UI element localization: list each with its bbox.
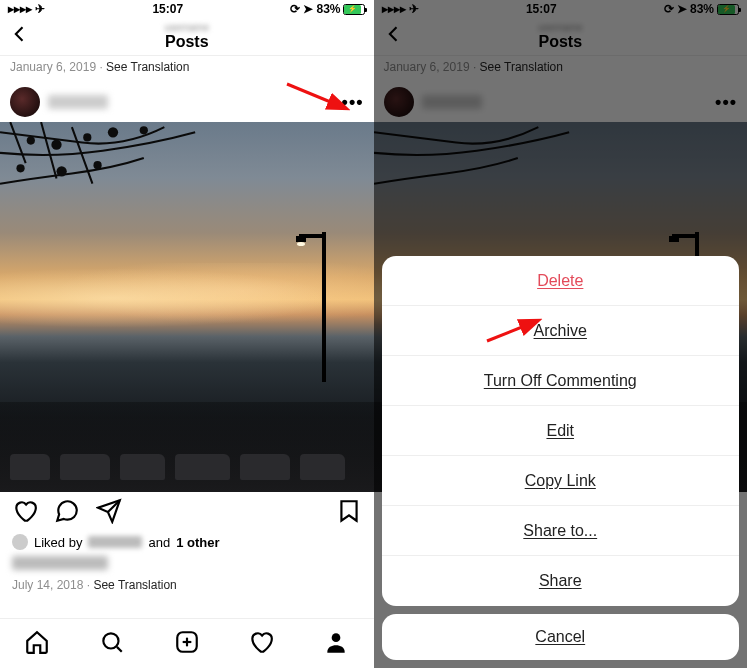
ground xyxy=(0,402,374,492)
share-button[interactable] xyxy=(96,498,122,528)
svg-point-6 xyxy=(56,166,66,176)
charging-icon: ⚡ xyxy=(344,5,361,14)
status-time: 15:07 xyxy=(152,2,183,16)
more-options-button[interactable]: ••• xyxy=(715,92,737,113)
svg-point-17 xyxy=(332,633,341,642)
caption xyxy=(12,556,108,570)
liker-name xyxy=(88,536,142,548)
save-button[interactable] xyxy=(336,498,362,528)
airplane-icon: ✈ xyxy=(35,2,45,16)
sheet-turn-off-commenting[interactable]: Turn Off Commenting xyxy=(382,356,740,406)
prior-date: January 6, 2019 xyxy=(10,60,96,74)
see-translation-link[interactable]: See Translation xyxy=(106,60,189,74)
sheet-delete[interactable]: Delete xyxy=(382,256,740,306)
streetlamp xyxy=(294,232,344,382)
liker-avatar xyxy=(12,534,28,550)
svg-point-2 xyxy=(83,133,91,141)
sheet-copy-link[interactable]: Copy Link xyxy=(382,456,740,506)
liked-by-other: 1 other xyxy=(176,535,219,550)
sheet-cancel[interactable]: Cancel xyxy=(382,614,740,660)
svg-line-13 xyxy=(117,646,122,651)
location-icon: ➤ xyxy=(303,2,313,16)
action-sheet-list: Delete Archive Turn Off Commenting Edit … xyxy=(382,256,740,606)
lock-rotation-icon: ⟳ xyxy=(290,2,300,16)
svg-point-11 xyxy=(297,242,305,246)
sheet-share-to[interactable]: Share to... xyxy=(382,506,740,556)
tab-search[interactable] xyxy=(99,629,125,659)
action-sheet: Delete Archive Turn Off Commenting Edit … xyxy=(382,256,740,660)
signal-icon: ▸▸▸▸ xyxy=(8,2,32,16)
nav-title-stack: username Posts xyxy=(165,22,209,51)
sheet-archive[interactable]: Archive xyxy=(382,306,740,356)
likes-row[interactable]: Liked by and 1 other xyxy=(0,534,374,554)
like-button[interactable] xyxy=(12,498,38,528)
tab-add[interactable] xyxy=(174,629,200,659)
tab-activity[interactable] xyxy=(248,629,274,659)
tab-home[interactable] xyxy=(24,629,50,659)
screen-left: ▸▸▸▸ ✈ 15:07 ⟳ ➤ 83% ⚡ username Posts Ja… xyxy=(0,0,374,668)
svg-point-3 xyxy=(108,127,118,137)
status-right: ⟳ ➤ 83% ⚡ xyxy=(290,2,365,16)
post-date: July 14, 2018 xyxy=(12,578,83,592)
nav-subtitle: username xyxy=(165,22,209,33)
username[interactable] xyxy=(48,95,108,109)
tree-branches xyxy=(0,122,205,307)
prior-post-meta: January 6, 2019 · See Translation xyxy=(0,56,374,82)
battery-pct: 83% xyxy=(316,2,340,16)
sheet-edit[interactable]: Edit xyxy=(382,406,740,456)
back-button[interactable] xyxy=(10,24,30,50)
more-options-button[interactable]: ••• xyxy=(342,92,364,113)
post-action-bar xyxy=(0,492,374,534)
svg-point-4 xyxy=(140,126,148,134)
tab-profile[interactable] xyxy=(323,629,349,659)
svg-rect-10 xyxy=(296,236,306,242)
screen-right: ▸▸▸▸✈ 15:07 ⟳➤83%⚡ usernamePosts January… xyxy=(374,0,748,668)
status-bar: ▸▸▸▸ ✈ 15:07 ⟳ ➤ 83% ⚡ xyxy=(0,0,374,18)
status-bar: ▸▸▸▸✈ 15:07 ⟳➤83%⚡ xyxy=(374,0,748,18)
svg-point-1 xyxy=(51,140,61,150)
battery-icon: ⚡ xyxy=(343,4,365,15)
svg-point-0 xyxy=(27,136,35,144)
tab-bar xyxy=(0,618,374,668)
avatar[interactable] xyxy=(10,87,40,117)
post-header: ••• xyxy=(0,82,374,122)
svg-point-7 xyxy=(93,161,101,169)
status-left: ▸▸▸▸ ✈ xyxy=(8,2,45,16)
svg-point-12 xyxy=(103,633,118,648)
svg-point-5 xyxy=(16,164,24,172)
caption-row xyxy=(0,554,374,572)
svg-rect-20 xyxy=(669,236,679,242)
back-button[interactable] xyxy=(384,24,404,50)
liked-by-and: and xyxy=(148,535,170,550)
post-image[interactable] xyxy=(0,122,374,492)
post-date-row: July 14, 2018 · See Translation xyxy=(0,572,374,600)
nav-title: Posts xyxy=(165,33,209,51)
liked-by-prefix: Liked by xyxy=(34,535,82,550)
see-translation-link[interactable]: See Translation xyxy=(93,578,176,592)
nav-header: username Posts xyxy=(0,18,374,56)
sheet-share[interactable]: Share xyxy=(382,556,740,606)
comment-button[interactable] xyxy=(54,498,80,528)
